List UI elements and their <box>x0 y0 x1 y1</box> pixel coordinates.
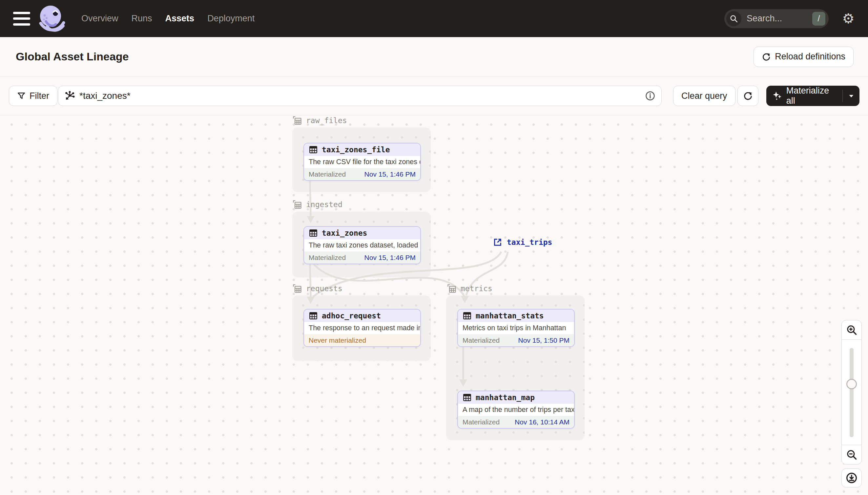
clear-query-button[interactable]: Clear query <box>673 86 736 106</box>
search-shortcut-badge: / <box>812 12 825 25</box>
lineage-edges <box>0 116 868 495</box>
asset-name: manhattan_stats <box>476 311 544 320</box>
materialization-timestamp[interactable]: Nov 15, 1:46 PM <box>365 254 415 262</box>
asset-name: taxi_zones <box>322 229 367 237</box>
refresh-graph-button[interactable] <box>738 86 758 106</box>
download-icon <box>846 472 857 484</box>
zoom-slider-thumb[interactable] <box>846 379 857 389</box>
table-icon <box>309 228 318 238</box>
asset-node-taxi-zones[interactable]: taxi_zones The raw taxi zones dataset, l… <box>303 226 421 264</box>
asset-description: The raw CSV file for the taxi zones dat.… <box>304 156 420 168</box>
asset-description: The raw taxi zones dataset, loaded int..… <box>304 239 420 252</box>
asset-description: Metrics on taxi trips in Manhattan <box>458 322 574 334</box>
settings-gear-icon[interactable]: ⚙ <box>829 11 868 27</box>
zoom-controls <box>842 320 862 464</box>
group-table-icon <box>447 284 457 293</box>
zoom-out-icon <box>846 449 857 460</box>
table-icon <box>309 145 318 154</box>
asset-status-row: Materialized Nov 15, 1:46 PM <box>304 168 420 180</box>
refresh-icon <box>743 91 753 101</box>
asset-status-row: Materialized Nov 15, 1:50 PM <box>458 334 574 346</box>
asset-description: The response to an request made in th... <box>304 322 420 334</box>
nav-item-overview[interactable]: Overview <box>81 14 119 24</box>
lineage-toolbar: Filter Cl <box>0 76 868 116</box>
materialization-timestamp[interactable]: Nov 16, 10:14 AM <box>515 418 569 426</box>
filter-button[interactable]: Filter <box>9 86 57 106</box>
status-label: Materialized <box>463 418 500 426</box>
materialization-timestamp[interactable]: Nov 15, 1:50 PM <box>518 337 569 344</box>
nav-item-assets[interactable]: Assets <box>165 14 195 24</box>
zoom-slider[interactable] <box>842 339 862 445</box>
nav-links: Overview Runs Assets Deployment <box>81 14 254 24</box>
info-icon[interactable] <box>645 90 655 101</box>
group-table-icon <box>292 116 302 125</box>
refresh-icon <box>762 52 771 62</box>
nav-item-runs[interactable]: Runs <box>131 14 152 24</box>
status-label: Materialized <box>463 337 500 344</box>
materialization-timestamp[interactable]: Nov 15, 1:46 PM <box>365 170 415 178</box>
asset-node-manhattan-stats[interactable]: manhattan_stats Metrics on taxi trips in… <box>457 309 575 347</box>
sparkle-icon <box>772 90 782 101</box>
zoom-out-button[interactable] <box>842 445 862 464</box>
status-label: Materialized <box>309 170 346 178</box>
chevron-down-icon <box>848 92 855 100</box>
page-title: Global Asset Lineage <box>16 50 129 63</box>
group-table-icon <box>292 284 302 293</box>
table-icon <box>309 311 318 320</box>
status-label: Never materialized <box>309 337 366 344</box>
asset-name: taxi_zones_file <box>322 146 390 154</box>
reload-definitions-button[interactable]: Reload definitions <box>754 47 854 67</box>
asset-description: A map of the number of trips per taxi z.… <box>458 404 574 416</box>
materialize-options-caret[interactable] <box>843 86 860 106</box>
lineage-canvas[interactable]: raw_files ingested requests <box>0 116 868 495</box>
download-graph-button[interactable] <box>842 468 862 488</box>
external-asset-taxi-trips[interactable]: taxi_trips <box>493 238 552 247</box>
nav-item-deployment[interactable]: Deployment <box>207 14 254 24</box>
asset-node-taxi-zones-file[interactable]: taxi_zones_file The raw CSV file for the… <box>303 143 421 181</box>
group-label-requests[interactable]: requests <box>292 284 342 293</box>
asset-node-manhattan-map[interactable]: manhattan_map A map of the number of tri… <box>457 391 575 429</box>
asset-name: adhoc_request <box>322 311 381 320</box>
zoom-in-icon <box>846 324 857 336</box>
asset-name: manhattan_map <box>476 393 535 402</box>
asset-graph-icon <box>64 90 75 101</box>
group-table-icon <box>292 200 302 209</box>
asset-status-row: Materialized Nov 15, 1:46 PM <box>304 252 420 263</box>
search-icon <box>726 11 741 26</box>
group-label-raw-files[interactable]: raw_files <box>292 116 347 125</box>
search-input[interactable] <box>741 14 812 24</box>
global-search[interactable]: / <box>724 9 829 28</box>
asset-selection-input[interactable] <box>58 86 662 106</box>
dagster-logo[interactable] <box>37 4 66 34</box>
asset-node-adhoc-request[interactable]: adhoc_request The response to an request… <box>303 309 421 347</box>
funnel-icon <box>17 91 25 100</box>
asset-status-row: Never materialized <box>304 334 420 346</box>
page-header: Global Asset Lineage Reload definitions <box>0 37 868 76</box>
asset-selection-query[interactable] <box>79 90 645 101</box>
top-nav: Overview Runs Assets Deployment / ⚙ <box>0 0 868 37</box>
materialize-all-button[interactable]: Materialize all <box>766 86 860 106</box>
group-label-ingested[interactable]: ingested <box>292 200 342 209</box>
table-icon <box>463 393 472 402</box>
zoom-slider-track[interactable] <box>850 348 854 437</box>
status-label: Materialized <box>309 254 346 262</box>
zoom-in-button[interactable] <box>842 320 862 339</box>
table-icon <box>463 311 472 320</box>
group-label-metrics[interactable]: metrics <box>447 284 492 293</box>
asset-status-row: Materialized Nov 16, 10:14 AM <box>458 416 574 428</box>
hamburger-menu-icon[interactable] <box>13 12 30 25</box>
external-link-icon <box>493 238 502 247</box>
